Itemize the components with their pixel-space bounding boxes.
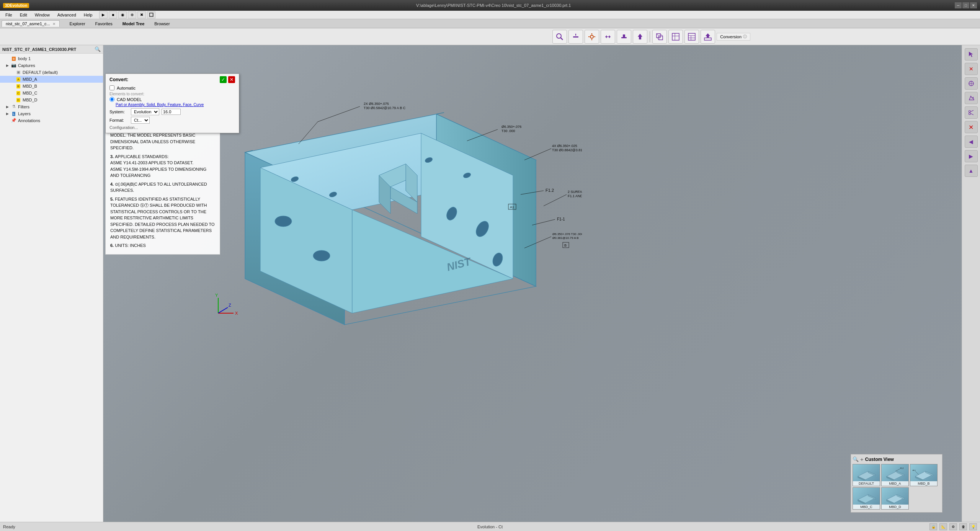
thumbnail-mbd-b[interactable]: Ø6.3 MBD_B — [910, 464, 938, 486]
thumbnail-mbd-a[interactable]: F1.2 MBD_A — [881, 464, 909, 486]
titlebar: 3DEvolution V:\ablage\Lenny\PMI\NIST-STC… — [0, 0, 980, 11]
maximize-button[interactable]: □ — [962, 2, 969, 8]
tree-search-icon[interactable]: 🔍 — [95, 46, 101, 52]
status-icon5[interactable]: 💡 — [969, 523, 977, 530]
toolbar-small-btn4[interactable]: ⊕ — [128, 11, 136, 18]
tree-item-body1[interactable]: B body 1 — [0, 55, 103, 62]
tab-model-tree[interactable]: Model Tree — [118, 21, 149, 27]
svg-line-89 — [895, 469, 900, 471]
part-assembly-link[interactable]: Part or Assembly, Solid, Body, Feature, … — [116, 103, 204, 107]
svg-line-1 — [560, 38, 563, 40]
statusbar: Ready Evolution - Ct 🔒 📐 ⚙ 🗑 💡 — [0, 522, 980, 531]
svg-rect-5 — [591, 33, 592, 34]
right-arrow-up-button[interactable]: ▲ — [965, 165, 978, 177]
convert-title-text: Convert: — [109, 77, 220, 82]
tree-item-captures[interactable]: ▶ 📷 Captures — [0, 62, 103, 69]
toolbar-small-btn2[interactable]: ■ — [109, 11, 117, 18]
file-tab[interactable]: nist_stc_07_asme1_c... ✕ — [2, 20, 60, 27]
configuration-link[interactable]: Configuration... — [109, 125, 138, 130]
right-arrow-right-button[interactable]: ▶ — [965, 150, 978, 162]
svg-line-109 — [970, 113, 973, 115]
svg-text:F1.2: F1.2 — [546, 188, 554, 193]
conversion-info-icon[interactable]: ⓘ — [743, 34, 747, 39]
tree-item-mbd-d[interactable]: D MBD_D — [0, 96, 103, 103]
system-select[interactable]: Evolution — [131, 108, 159, 115]
format-select[interactable]: Ct... — [131, 117, 150, 124]
menu-help[interactable]: Help — [80, 12, 96, 18]
svg-marker-9 — [605, 35, 607, 38]
box-button[interactable] — [652, 30, 667, 44]
custom-view-search-button[interactable]: 🔍 — [853, 456, 859, 462]
status-ready: Ready — [3, 524, 922, 529]
custom-view-add-button[interactable]: + — [860, 456, 864, 462]
arrow-filters[interactable]: ▶ — [6, 105, 11, 109]
thumb-label-mbd-c: MBD_C — [853, 505, 880, 509]
status-icon1[interactable]: 🔒 — [929, 523, 937, 530]
version-input[interactable] — [162, 109, 181, 115]
tree-item-mbd-a[interactable]: A MBD_A — [0, 76, 103, 83]
right-select-button[interactable] — [965, 48, 978, 60]
magnifier-button[interactable] — [552, 30, 567, 44]
capture-icon: 📷 — [11, 63, 17, 68]
note-text-5: FEATURES IDENTIFIED AS STATISTICALLY TOL… — [110, 197, 215, 239]
tree-item-mbd-b[interactable]: B MBD_B — [0, 83, 103, 90]
note-item-5: 5. FEATURES IDENTIFIED AS STATISTICALLY … — [110, 196, 215, 240]
stamp-button[interactable] — [617, 30, 631, 44]
configuration-row[interactable]: Configuration... — [109, 125, 235, 130]
transform-button[interactable] — [601, 30, 615, 44]
upload-button[interactable] — [633, 30, 647, 44]
export-button[interactable] — [701, 30, 715, 44]
tab-favorites[interactable]: Favorites — [91, 21, 117, 27]
tree-item-filters[interactable]: ▶ ⚗ Filters — [0, 103, 103, 110]
settings-button[interactable] — [585, 30, 599, 44]
tree-item-mbd-c[interactable]: C MBD_C — [0, 90, 103, 96]
svg-rect-13 — [623, 34, 625, 37]
toolbar-small-btn1[interactable]: ▶ — [99, 11, 108, 18]
tab-explorer[interactable]: Explorer — [65, 21, 90, 27]
pen-button[interactable] — [568, 30, 583, 44]
status-icon2[interactable]: 📐 — [939, 523, 947, 530]
file-tab-close[interactable]: ✕ — [52, 22, 56, 26]
convert-ok-button[interactable]: ✓ — [220, 76, 227, 83]
close-button[interactable]: ✕ — [970, 2, 977, 8]
arrow-captures[interactable]: ▶ — [6, 64, 11, 67]
right-scissors-button[interactable] — [965, 106, 978, 119]
mbd-a-icon: A — [15, 77, 21, 82]
format-label: Format: — [109, 118, 129, 123]
menu-edit[interactable]: Edit — [16, 12, 31, 18]
menu-file[interactable]: File — [2, 12, 16, 18]
table-button[interactable] — [684, 30, 699, 44]
tree-item-layers[interactable]: ▶ L Layers — [0, 110, 103, 117]
layer-icon: L — [11, 111, 17, 116]
menu-advanced[interactable]: Advanced — [54, 12, 80, 18]
grid-button[interactable] — [668, 30, 683, 44]
right-close-button[interactable]: ✕ — [965, 63, 978, 75]
toolbar-small-btn6[interactable]: 🔲 — [147, 11, 155, 18]
automatic-checkbox[interactable] — [109, 85, 114, 90]
tree-item-annotations[interactable]: 📌 Annotations — [0, 117, 103, 124]
thumbnail-default[interactable]: DEFAULT — [853, 464, 880, 486]
thumbnail-row-1: DEFAULT F1.2 MBD_A — [853, 464, 941, 486]
arrow-layers[interactable]: ▶ — [6, 112, 11, 116]
svg-line-60 — [318, 106, 360, 122]
cad-model-radio[interactable] — [109, 97, 114, 102]
status-icon4[interactable]: 🗑 — [959, 523, 967, 530]
thumbnail-mbd-d[interactable]: MBD_D — [881, 487, 909, 510]
nav-tabs: Explorer Favorites Model Tree Browser — [65, 21, 175, 27]
mbd-c-icon: C — [15, 90, 21, 96]
right-delete-button[interactable]: ✕ — [965, 121, 978, 133]
window-controls[interactable]: ─ □ ✕ — [955, 2, 977, 8]
thumbnail-mbd-c[interactable]: MBD_C — [853, 487, 880, 510]
status-icon3[interactable]: ⚙ — [949, 523, 957, 530]
right-arrow-left-button[interactable]: ◀ — [965, 136, 978, 148]
tree-item-default[interactable]: ▣ DEFAULT (default) — [0, 69, 103, 76]
tab-browser[interactable]: Browser — [150, 21, 174, 27]
tree-label-annotations: Annotations — [18, 118, 40, 123]
minimize-button[interactable]: ─ — [955, 2, 962, 8]
menu-window[interactable]: Window — [31, 12, 54, 18]
right-tool1-button[interactable] — [965, 77, 978, 90]
convert-cancel-button[interactable]: ✕ — [228, 76, 235, 83]
right-tool2-button[interactable] — [965, 92, 978, 104]
toolbar-small-btn5[interactable]: ✖ — [137, 11, 146, 18]
toolbar-small-btn3[interactable]: ◉ — [118, 11, 127, 18]
